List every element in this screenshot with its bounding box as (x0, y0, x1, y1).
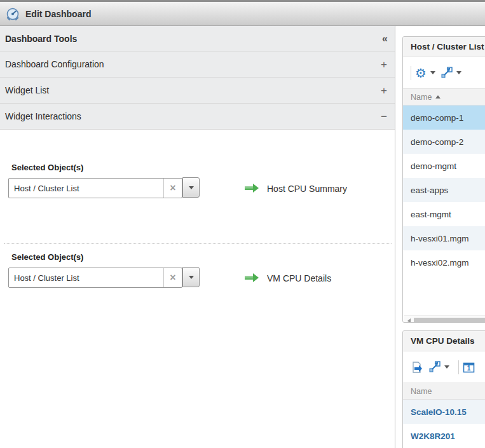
source-widget-combobox[interactable]: Host / Cluster List × (8, 178, 182, 198)
edit-dashboard-window: Edit Dashboard Dashboard Tools « Dashboa… (0, 0, 485, 448)
section-toggle-icon[interactable]: − (381, 111, 387, 122)
host-cluster-row[interactable]: demo-comp-1 (403, 105, 485, 130)
combobox-value: Host / Cluster List (9, 268, 163, 287)
interaction-group: Selected Object(s) Host / Cluster List × (0, 163, 395, 199)
toolbar-separator (458, 360, 459, 374)
widget-title-bar: VM CPU Details (403, 331, 485, 351)
page-title: Edit Dashboard (25, 9, 91, 19)
toolbar-separator (411, 66, 411, 80)
row-name: ScaleIO-10.15 (411, 407, 467, 417)
pan-arrows-icon[interactable] (441, 67, 453, 79)
svg-text:1: 1 (467, 365, 471, 372)
host-cluster-list-widget: Host / Cluster List ⚙ Name demo- (402, 36, 485, 323)
collapse-panel-icon[interactable]: « (382, 33, 387, 44)
host-cluster-row[interactable]: demo-comp-2 (403, 130, 485, 154)
section-label: Widget Interactions (5, 111, 81, 121)
panel-sections: Dashboard Configuration + Widget List + … (0, 51, 395, 130)
row-name: demo-comp-2 (411, 137, 463, 147)
interaction-row: Host / Cluster List × Host CPU Summary (8, 178, 395, 199)
chevron-down-icon[interactable] (444, 365, 449, 369)
row-name: east-apps (411, 186, 448, 195)
scroll-left-icon[interactable] (404, 318, 414, 323)
clear-selection-icon[interactable]: × (163, 268, 182, 287)
chevron-down-icon[interactable] (430, 71, 435, 74)
pan-arrows-icon[interactable] (428, 361, 441, 373)
host-cluster-row[interactable]: h-vesxi01.mgm (403, 226, 485, 250)
panel-section-header[interactable]: Widget List + (0, 78, 395, 104)
row-name: east-mgmt (411, 210, 451, 219)
arrow-head (253, 184, 259, 193)
selected-objects-label: Selected Object(s) (11, 252, 395, 262)
interaction-divider (4, 243, 392, 244)
chevron-down-icon (189, 186, 194, 189)
panel-title: Dashboard Tools (5, 34, 77, 44)
chevron-down-icon[interactable] (456, 71, 461, 74)
interaction-arrow-icon (245, 273, 259, 282)
row-name: demo-mgmt (411, 161, 456, 171)
name-column-label: Name (411, 93, 432, 102)
widget-title: Host / Cluster List (411, 42, 484, 51)
host-cluster-row[interactable]: demo-mgmt (403, 154, 485, 178)
interaction-row: Host / Cluster List × VM CPU Details (8, 268, 395, 288)
target-widget-label: VM CPU Details (267, 268, 331, 288)
triangle-left (407, 318, 411, 323)
calendar-icon[interactable]: 1 (463, 361, 475, 374)
host-cluster-row[interactable]: east-apps (403, 178, 485, 202)
clear-selection-icon[interactable]: × (163, 179, 182, 198)
combobox-value: Host / Cluster List (9, 179, 163, 198)
host-cluster-row[interactable]: east-mgmt (403, 202, 485, 226)
row-name: h-vesxi02.mgm (411, 258, 469, 268)
source-widget-combobox[interactable]: Host / Cluster List × (8, 268, 182, 288)
host-cluster-row[interactable]: h-vesxi02.mgm (403, 250, 485, 275)
row-name: h-vesxi01.mgm (411, 234, 469, 243)
scrollbar-thumb[interactable] (414, 318, 485, 323)
vm-cpu-details-widget: VM CPU Details (402, 330, 485, 448)
interaction-arrow-icon (245, 184, 259, 193)
edit-dashboard-header: Edit Dashboard (0, 2, 485, 26)
arrow-head (253, 273, 259, 282)
widget-title: VM CPU Details (411, 336, 475, 346)
arrow-shaft (245, 186, 253, 190)
grid-column-header[interactable]: Name (403, 383, 485, 400)
combobox-dropdown-button[interactable] (182, 267, 200, 287)
panel-section-header[interactable]: Widget Interactions − (0, 104, 395, 130)
dashboard-gauge-icon (5, 7, 20, 21)
section-toggle-icon[interactable]: + (381, 85, 387, 96)
dashboard-tools-panel: Dashboard Tools « Dashboard Configuratio… (0, 26, 395, 448)
widget-title-bar: Host / Cluster List (403, 37, 485, 57)
sort-ascending-icon (435, 95, 441, 98)
export-icon[interactable] (411, 361, 423, 374)
name-column-label: Name (411, 387, 432, 396)
interaction-group: Selected Object(s) Host / Cluster List × (0, 252, 395, 288)
host-cluster-rows: demo-comp-1 demo-comp-2 demo-mgmt east-a… (403, 105, 485, 275)
vm-row[interactable]: W2K8R201 (403, 424, 485, 448)
section-label: Widget List (5, 85, 49, 95)
section-toggle-icon[interactable]: + (381, 59, 387, 70)
combobox-dropdown-button[interactable] (182, 177, 200, 198)
arrow-shaft (245, 276, 253, 280)
grid-column-header[interactable]: Name (403, 88, 485, 105)
vm-row[interactable]: ScaleIO-10.15 (403, 400, 485, 424)
panel-section-header[interactable]: Dashboard Configuration + (0, 51, 395, 78)
selected-objects-label: Selected Object(s) (11, 163, 395, 172)
row-name: demo-comp-1 (411, 113, 463, 123)
widget-toolbar: 1 (403, 351, 485, 383)
gear-icon[interactable]: ⚙ (415, 67, 427, 79)
target-widget-label: Host CPU Summary (267, 178, 347, 199)
panel-title-bar: Dashboard Tools « (0, 26, 395, 51)
chevron-down-icon (189, 276, 194, 279)
horizontal-scrollbar[interactable] (404, 315, 485, 323)
gear-glyph: ⚙ (415, 67, 427, 79)
vm-cpu-rows: ScaleIO-10.15 W2K8R201 (403, 400, 485, 448)
row-name: W2K8R201 (411, 431, 455, 441)
section-label: Dashboard Configuration (5, 59, 104, 69)
widget-toolbar: ⚙ (403, 57, 485, 88)
